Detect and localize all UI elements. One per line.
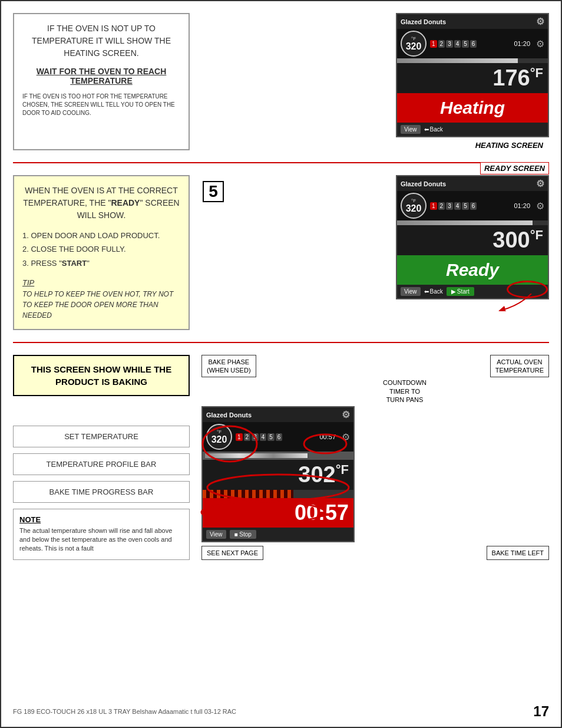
ready-start-button[interactable]: ▶ Start <box>447 287 474 296</box>
ready-phase-6: 6 <box>470 202 477 210</box>
ready-big-temp-value: 300°F <box>492 228 543 253</box>
baking-phase-4: 4 <box>260 433 267 441</box>
ready-screen-label: READY SCREEN <box>480 162 549 174</box>
heating-screen-container: Glazed Donuts ⚙ °F 320 1 2 3 4 5 6 <box>201 13 549 150</box>
actual-oven-temp-text: ACTUAL OVENTEMPERATURE <box>495 358 544 374</box>
profile-bar-fill <box>205 453 308 458</box>
ready-back-label: Back <box>430 288 443 295</box>
set-temp-circle: °F 320 <box>401 31 427 57</box>
baking-left-column: THIS SCREEN SHOW WHILE THE PRODUCT IS BA… <box>13 355 190 561</box>
baking-product-name: Glazed Donuts <box>206 411 252 419</box>
baking-right-column: BAKE PHASE(WHEN USED) ACTUAL OVENTEMPERA… <box>201 355 549 561</box>
phase-4: 4 <box>454 40 461 48</box>
ready-main-text: WHEN THE OVEN IS AT THE CORRECT TEMPERAT… <box>22 185 180 222</box>
settings-gear-icon: ⚙ <box>536 38 544 50</box>
phase-6: 6 <box>470 40 477 48</box>
phase-2: 2 <box>438 40 445 48</box>
set-temp-value: 320 <box>406 41 422 52</box>
baking-stop-button[interactable]: ■ Stop <box>230 530 256 539</box>
heating-screen-label: HEATING SCREEN <box>475 141 543 150</box>
spacer1 <box>13 402 190 420</box>
progress-bar-fill <box>397 58 518 63</box>
phase-1: 1 <box>430 40 437 48</box>
phase-5: 5 <box>462 40 469 48</box>
ready-screen-container: READY SCREEN Glazed Donuts ⚙ °F 320 1 2 <box>237 175 549 330</box>
baking-title: THIS SCREEN SHOW WHILE THE PRODUCT IS BA… <box>21 363 181 388</box>
ready-temp-unit: °F <box>411 198 416 203</box>
step-number: 5 <box>203 181 224 202</box>
baking-turn-timer: 00:57 <box>319 433 336 440</box>
back-arrow-icon: ⬅ <box>424 126 429 133</box>
ready-big-temp: 300°F <box>397 225 548 255</box>
start-arrow <box>496 294 543 311</box>
ready-screen-header: Glazed Donuts ⚙ <box>397 176 548 191</box>
baking-temp-unit: °F <box>217 429 222 434</box>
baking-big-temp-value: 302°F <box>298 462 349 487</box>
ready-progress-fill <box>397 220 533 225</box>
header-gear-icon: ⚙ <box>536 16 544 27</box>
temp-profile-label: TEMPERATURE PROFILE BAR <box>47 460 157 469</box>
baking-screen-header: Glazed Donuts ⚙ <box>203 407 353 422</box>
annotations-top: BAKE PHASE(WHEN USED) ACTUAL OVENTEMPERA… <box>201 355 549 378</box>
bake-progress-label: BAKE TIME PROGRESS BAR <box>49 487 154 496</box>
ready-phase-5: 5 <box>462 202 469 210</box>
phase-3: 3 <box>446 40 453 48</box>
ready-timer: 01:20 <box>514 202 530 209</box>
baking-view-button[interactable]: View <box>206 530 226 539</box>
see-next-page-label: SEE NEXT PAGE <box>201 546 263 560</box>
heating-banner: Heating <box>397 93 548 123</box>
actual-oven-temp-annotation: ACTUAL OVENTEMPERATURE <box>490 355 549 378</box>
page-footer: FG 189 ECO-TOUCH 26 x18 UL 3 TRAY Belsha… <box>13 703 549 720</box>
ready-view-button[interactable]: View <box>401 287 421 296</box>
ready-phase-2: 2 <box>438 202 445 210</box>
note-title: NOTE <box>19 515 183 524</box>
page: IF THE OVEN IS NOT UP TO TEMPERATURE IT … <box>0 0 562 728</box>
ready-text-box: WHEN THE OVEN IS AT THE CORRECT TEMPERAT… <box>13 175 190 330</box>
bake-time-display: 00:57 <box>203 498 353 528</box>
set-temp-label-box: SET TEMPERATURE <box>13 426 190 447</box>
temp-unit: °F <box>411 36 416 41</box>
heating-main-text: IF THE OVEN IS NOT UP TO TEMPERATURE IT … <box>22 22 180 60</box>
product-name: Glazed Donuts <box>401 18 446 25</box>
ready-set-temp-value: 320 <box>406 203 422 214</box>
footer-text: FG 189 ECO-TOUCH 26 x18 UL 3 TRAY Belsha… <box>13 708 236 715</box>
screen-top-row: °F 320 1 2 3 4 5 6 01:20 ⚙ <box>397 29 548 58</box>
steps-list: 1. OPEN DOOR AND LOAD PRODUCT. 2. CLOSE … <box>22 229 180 270</box>
bake-phase-text: BAKE PHASE(WHEN USED) <box>207 358 251 374</box>
heating-text-box: IF THE OVEN IS NOT UP TO TEMPERATURE IT … <box>13 13 190 150</box>
start-play-icon: ▶ <box>451 288 456 295</box>
ready-gear-icon: ⚙ <box>536 178 544 189</box>
bake-progress-fill <box>203 490 293 498</box>
view-button[interactable]: View <box>401 125 421 134</box>
ready-phase-1: 1 <box>430 202 437 210</box>
countdown-text: COUNTDOWNTIMER TOTURN PANS <box>383 379 427 403</box>
tip-text: TO HELP TO KEEP THE OVEN HOT, TRY NOT TO… <box>22 289 180 321</box>
baking-settings-icon: ⚙ <box>342 431 350 443</box>
back-label: Back <box>430 126 443 133</box>
phase-numbers: 1 2 3 4 5 6 <box>430 40 477 48</box>
tip-label: TIP <box>22 277 180 289</box>
baking-phase-2: 2 <box>244 433 251 441</box>
back-button[interactable]: ⬅ Back <box>424 126 443 133</box>
timer-display: 01:20 <box>514 40 530 47</box>
progress-bar <box>397 58 548 63</box>
baking-screen-wrapper: Glazed Donuts ⚙ °F 320 1 2 3 4 <box>201 406 549 542</box>
ready-settings-icon: ⚙ <box>536 200 544 212</box>
set-temp-label: SET TEMPERATURE <box>64 432 138 441</box>
ready-product-name: Glazed Donuts <box>401 180 446 187</box>
baking-phase-5: 5 <box>267 433 275 441</box>
heating-small-text: IF THE OVEN IS TOO HOT FOR THE TEMPERATU… <box>22 93 180 117</box>
note-box: NOTE The actual temperature shown will r… <box>13 509 190 560</box>
baking-stop-label: Stop <box>239 531 252 538</box>
baking-top-row: °F 320 1 2 3 4 5 6 00:57 ⚙ <box>203 422 353 452</box>
ready-back-icon: ⬅ <box>424 288 429 295</box>
ready-back-button[interactable]: ⬅ Back <box>424 288 443 295</box>
baking-phase-3: 3 <box>252 433 259 441</box>
bake-time-value: 00:57 <box>295 500 349 525</box>
middle-section: WHEN THE OVEN IS AT THE CORRECT TEMPERAT… <box>13 175 549 343</box>
baking-set-temp-value: 320 <box>211 434 227 445</box>
ready-banner: Ready <box>397 255 548 285</box>
ready-start-label: Start <box>457 288 470 295</box>
ready-phase-3: 3 <box>446 202 453 210</box>
baking-phase-1: 1 <box>236 433 243 441</box>
